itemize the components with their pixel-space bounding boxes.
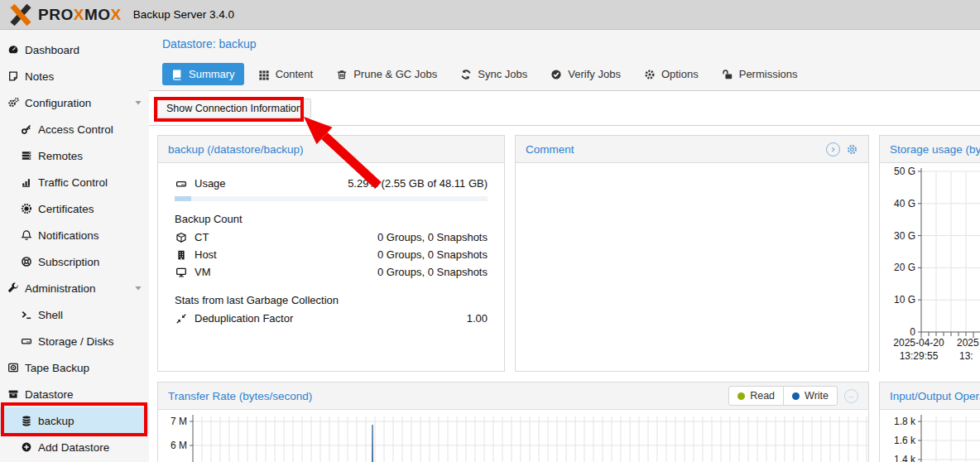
svg-text:30 G: 30 G: [894, 230, 915, 242]
storage-usage-title: Storage usage (bytes): [880, 136, 980, 163]
legend-item-read[interactable]: Read: [729, 387, 783, 405]
tab-sync-jobs[interactable]: Sync Jobs: [451, 63, 536, 85]
chevron-down-icon[interactable]: [134, 99, 142, 107]
desktop-icon: [175, 266, 188, 279]
svg-text:20 G: 20 G: [894, 262, 915, 273]
tab-verify-jobs[interactable]: Verify Jobs: [541, 63, 630, 85]
trash-icon: [336, 69, 348, 80]
bell-icon: [20, 229, 33, 242]
proxmox-wordmark: PROXMOX: [38, 6, 122, 24]
sidebar-item-remotes[interactable]: Remotes: [0, 142, 149, 169]
tape-icon: [7, 361, 20, 374]
transfer-rate-title: Transfer Rate (bytes/second): [168, 390, 312, 402]
tab-label: Content: [276, 68, 314, 80]
sidebar-item-notifications[interactable]: Notifications: [0, 222, 149, 248]
datastore-panel-body: Usage 5.29% (2.55 GB of 48.11 GB) Backup…: [158, 163, 504, 327]
svg-text:0: 0: [910, 326, 915, 338]
key-icon: [20, 123, 33, 136]
svg-text:13:29:55: 13:29:55: [900, 350, 939, 362]
comment-panel-tools: ›: [826, 142, 858, 156]
tab-label: Prune & GC Jobs: [353, 68, 437, 80]
sidebar-item-administration[interactable]: Administration: [0, 275, 149, 301]
sidebar-item-tape-backup[interactable]: Tape Backup: [0, 354, 149, 381]
hdd-icon: [20, 334, 33, 348]
sidebar-item-label: Access Control: [38, 123, 113, 136]
svg-text:40 G: 40 G: [894, 198, 915, 209]
remotes-icon: [20, 149, 33, 162]
sidebar-item-storage-disks[interactable]: Storage / Disks: [0, 328, 149, 354]
sidebar-item-traffic-control[interactable]: Traffic Control: [0, 169, 149, 195]
sidebar-item-subscription[interactable]: Subscription: [0, 248, 149, 275]
legend-label: Write: [805, 390, 829, 402]
sidebar-item-dashboard[interactable]: Dashboard: [0, 36, 149, 63]
tab-content[interactable]: Content: [249, 63, 323, 85]
svg-text:1.4 k: 1.4 k: [894, 454, 916, 462]
usage-row: Usage 5.29% (2.55 GB of 48.11 GB): [175, 175, 488, 192]
gear-tool-icon[interactable]: [846, 143, 858, 156]
content-area: backup (/datastore/backup) Usage 5.29% (…: [149, 126, 980, 462]
stat-label: VM: [195, 266, 211, 278]
sidebar-item-datastore[interactable]: Datastore: [0, 381, 149, 407]
sidebar-item-label: Add Datastore: [38, 441, 109, 454]
dashboard-icon: [7, 43, 20, 56]
sidebar-item-label: Storage / Disks: [38, 335, 114, 348]
comment-panel-body[interactable]: [516, 163, 868, 371]
tab-options[interactable]: Options: [635, 63, 708, 85]
sidebar-item-label: Dashboard: [25, 44, 79, 56]
hdd-icon: [175, 177, 188, 190]
sidebar-item-label: Traffic Control: [38, 176, 108, 189]
backup-count-heading: Backup Count: [175, 213, 488, 225]
tab-label: Summary: [189, 68, 235, 80]
database-icon: [20, 414, 33, 427]
usage-progress-fill: [175, 196, 191, 201]
tab-summary[interactable]: Summary: [162, 63, 244, 85]
comment-panel-header: Comment ›: [516, 136, 868, 163]
stat-row-vm: VM0 Groups, 0 Snapshots: [175, 263, 488, 281]
page-title: Datastore: backup: [149, 30, 980, 58]
show-connection-information-button[interactable]: Show Connection Information: [157, 99, 311, 118]
stat-row-deduplication-factor: Deduplication Factor1.00: [175, 310, 488, 327]
tab-prune-gc-jobs[interactable]: Prune & GC Jobs: [327, 63, 446, 85]
sidebar-item-label: Datastore: [25, 388, 74, 401]
iops-panel: Input/Output Operations per Second (IOPS…: [879, 382, 980, 462]
sidebar-item-access-control[interactable]: Access Control: [0, 116, 149, 142]
tab-permissions[interactable]: Permissions: [713, 63, 807, 85]
sidebar-item-configuration[interactable]: Configuration: [0, 89, 149, 116]
legend-label: Read: [750, 390, 775, 402]
stat-value: 0 Groups, 0 Snapshots: [377, 231, 488, 243]
svg-text:2025-04-20: 2025-04-20: [893, 337, 944, 349]
sidebar-item-label: Subscription: [38, 256, 99, 268]
sidebar-item-backup[interactable]: backup: [0, 407, 149, 434]
gears-icon: [7, 96, 20, 109]
comment-panel: Comment ›: [515, 135, 869, 372]
expand-circle-icon[interactable]: ›: [826, 142, 840, 156]
usage-value: 5.29% (2.55 GB of 48.11 GB): [348, 177, 488, 190]
sidebar-item-label: Configuration: [25, 97, 91, 109]
tab-label: Sync Jobs: [478, 68, 527, 80]
main-layout: DashboardNotesConfigurationAccess Contro…: [0, 30, 980, 462]
unlock-icon: [722, 69, 733, 80]
cube-icon: [175, 231, 188, 244]
datastore-panel-title: backup (/datastore/backup): [158, 136, 504, 163]
collapse-circle-icon[interactable]: –: [844, 389, 858, 403]
traffic-icon: [20, 176, 33, 189]
stat-label: Host: [195, 248, 217, 261]
wordmark-segment: PRO: [38, 6, 74, 24]
sidebar-item-add-datastore[interactable]: Add Datastore: [0, 434, 149, 460]
stat-row-host: Host0 Groups, 0 Snapshots: [175, 246, 488, 263]
sidebar-item-notes[interactable]: Notes: [0, 63, 149, 89]
stat-value: 0 Groups, 0 Snapshots: [377, 266, 488, 278]
sidebar-item-shell[interactable]: Shell: [0, 301, 149, 328]
wrench-icon: [7, 282, 20, 295]
gc-stats-heading: Stats from last Garbage Collection: [175, 294, 488, 306]
grid-icon: [258, 69, 270, 80]
sidebar-item-label: Administration: [25, 282, 96, 295]
chevron-down-icon[interactable]: [134, 284, 142, 292]
sidebar-item-certificates[interactable]: Certificates: [0, 195, 149, 222]
legend-item-write[interactable]: Write: [783, 387, 837, 405]
stat-label: Deduplication Factor: [195, 312, 293, 325]
svg-text:1.8 k: 1.8 k: [894, 416, 916, 427]
tab-label: Permissions: [739, 68, 798, 80]
notes-icon: [7, 70, 20, 83]
wordmark-segment: MO: [84, 6, 111, 24]
